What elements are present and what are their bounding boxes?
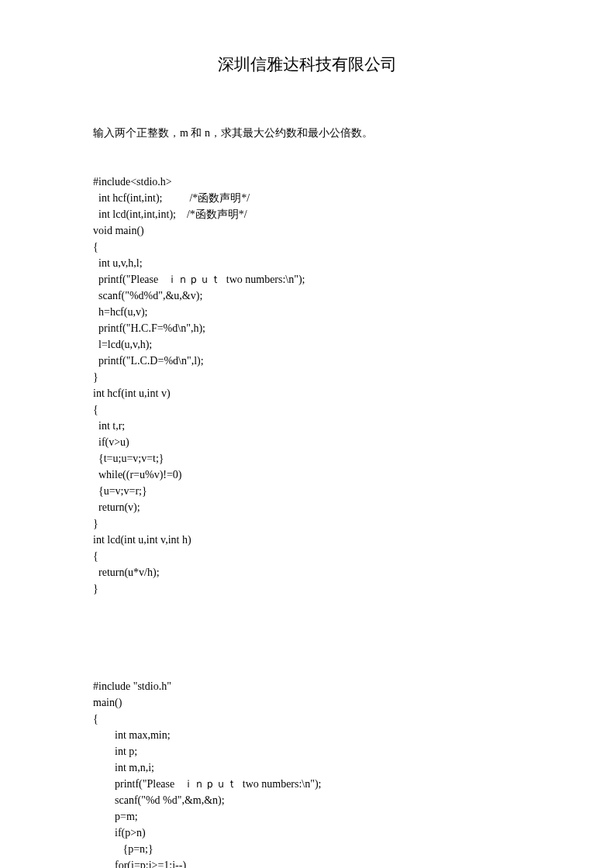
code-line: if(p>n) [93,825,521,841]
code-line: return(v); [93,499,521,515]
code-line: printf("L.C.D=%d\n",l); [93,353,521,369]
code-line: { [93,401,521,418]
code-line: return(u*v/h); [93,564,521,580]
code-line: } [93,515,521,532]
code-line: for(i=p;i>=1;i--) [93,857,521,868]
code-line: scanf("%d %d",&m,&n); [93,792,521,808]
code-line: { [93,239,521,255]
intro-text: 输入两个正整数，m 和 n，求其最大公约数和最小公倍数。 [93,125,521,141]
code-line: l=lcd(u,v,h); [93,336,521,353]
code-line: if(v>u) [93,434,521,450]
code-line: int p; [93,743,521,760]
code-line: #include<stdio.h> [93,174,521,190]
code-line: h=hcf(u,v); [93,304,521,320]
code-line: } [93,580,521,597]
code-line: main() [93,694,521,711]
document-page: 深圳信雅达科技有限公司 输入两个正整数，m 和 n，求其最大公约数和最小公倍数。… [0,0,614,868]
code-line: int lcd(int u,int v,int h) [93,532,521,548]
blank-line [93,629,521,646]
code-line: printf("Please ｉｎｐｕｔ two numbers:\n"); [93,776,521,792]
code-line: int hcf(int,int); /*函数声明*/ [93,190,521,206]
code-line: scanf("%d%d",&u,&v); [93,288,521,304]
code-line: int t,r; [93,418,521,434]
code-line: while((r=u%v)!=0) [93,467,521,483]
code-line: int max,min; [93,727,521,743]
code-line: } [93,369,521,385]
code-line: { [93,548,521,564]
code-line: int m,n,i; [93,760,521,776]
document-body: 输入两个正整数，m 和 n，求其最大公约数和最小公倍数。 #include<st… [93,92,521,868]
code-line: printf("H.C.F=%d\n",h); [93,320,521,336]
code-line: void main() [93,222,521,239]
code-line: int hcf(int u,int v) [93,385,521,401]
code-line: int lcd(int,int,int); /*函数声明*/ [93,206,521,222]
code-line: printf("Please ｉｎｐｕｔ two numbers:\n"); [93,271,521,288]
code-line: int u,v,h,l; [93,255,521,271]
code-line: p=m; [93,808,521,825]
code-line: {p=n;} [93,841,521,857]
code-line: #include "stdio.h" [93,678,521,694]
code-line: { [93,711,521,727]
code-line: {u=v;v=r;} [93,483,521,499]
code-block-1: #include<stdio.h> int hcf(int,int); /*函数… [93,174,521,597]
code-line: {t=u;u=v;v=t;} [93,450,521,467]
code-block-2: #include "stdio.h"main(){ int max,min; i… [93,678,521,868]
page-title: 深圳信雅达科技有限公司 [93,53,521,75]
